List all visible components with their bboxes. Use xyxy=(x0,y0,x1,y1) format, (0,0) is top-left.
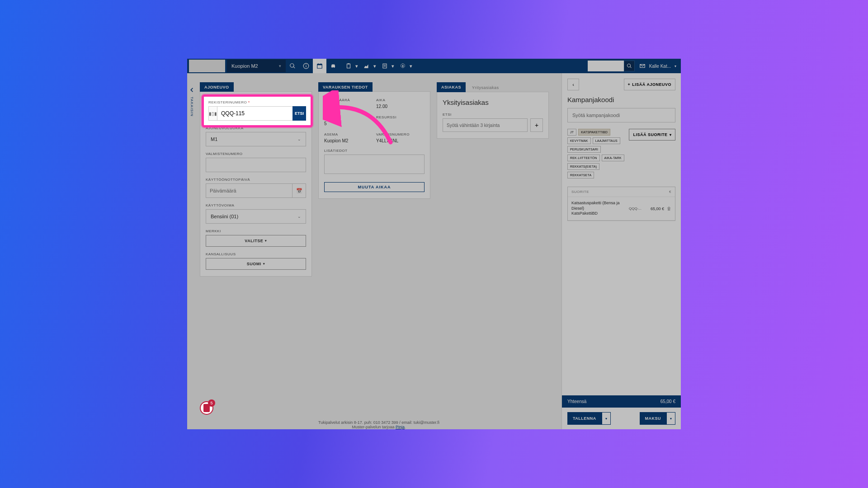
service-code: QQQ-... xyxy=(629,206,644,211)
service-pill-list: JTKATSPAKETTIBDKEVYTMAKLAAJMITTAUSPERUSK… xyxy=(567,129,625,178)
service-row: Katsastuspaketti (Bensa ja Diesel) KatsP… xyxy=(568,197,675,221)
chevron-down-icon: ▾ xyxy=(279,64,281,68)
svg-rect-8 xyxy=(348,63,349,64)
pay-button[interactable]: MAKSU xyxy=(640,412,667,425)
annotation-arrow xyxy=(323,90,400,149)
brand-label: MERKKI xyxy=(206,229,306,233)
chevron-down-icon: ▾ xyxy=(392,63,394,69)
pay-dropdown[interactable]: ▾ xyxy=(666,412,675,425)
add-service-button[interactable]: LISÄÄ SUORITE▾ xyxy=(629,129,675,141)
chevron-down-icon: ▾ xyxy=(675,64,676,68)
add-vehicle-label: LISÄÄ AJONEUVO xyxy=(632,82,671,87)
tab-company-customer[interactable]: Yritysasiakas xyxy=(467,82,504,92)
notif-count: 5 xyxy=(208,399,215,407)
campaign-input[interactable] xyxy=(567,108,675,122)
svg-rect-5 xyxy=(318,63,319,64)
customer-title: Yksityisasiakas xyxy=(443,99,543,106)
svg-rect-7 xyxy=(347,64,350,68)
calendar-icon-btn[interactable] xyxy=(313,59,326,73)
footer-link[interactable]: Pinja xyxy=(396,425,405,429)
service-price: 65,00 € xyxy=(647,206,664,211)
change-time-button[interactable]: MUUTA AIKAA xyxy=(324,182,425,192)
station-selector[interactable]: Kuopion M2 ▾ xyxy=(227,60,286,72)
info-icon-btn[interactable] xyxy=(299,59,313,73)
save-button[interactable]: TALLENNA xyxy=(567,412,602,425)
gear-icon-btn[interactable] xyxy=(396,59,410,73)
add-service-label: LISÄÄ SUORITE xyxy=(633,132,667,137)
footer: Tukipalvelut arkisin 8-17. puh: 010 3472… xyxy=(200,418,558,429)
power-label: KÄYTTÖVOIMA xyxy=(206,203,306,207)
service-pill[interactable]: KATSPAKETTIBD xyxy=(578,129,610,136)
tab-customer[interactable]: ASIAKAS xyxy=(437,82,466,92)
svg-rect-1 xyxy=(306,66,306,67)
add-vehicle-button[interactable]: +LISÄÄ AJONEUVO xyxy=(624,79,675,90)
logo xyxy=(189,60,225,72)
extra-textarea[interactable] xyxy=(324,155,425,174)
car-icon-btn[interactable] xyxy=(326,59,340,73)
topbar: Kuopion M2 ▾ ▾ ▾ ▾ ▾ xyxy=(187,59,681,73)
service-pill[interactable]: KEVYTMAK xyxy=(567,137,591,144)
price-header: € xyxy=(669,190,671,194)
collapse-button[interactable]: ‹ xyxy=(567,79,579,90)
top-search-input[interactable] xyxy=(588,61,624,71)
svg-rect-6 xyxy=(321,63,321,64)
trash-icon[interactable]: 🗑 xyxy=(667,206,671,211)
total-value: 65,00 € xyxy=(660,399,675,404)
svg-rect-4 xyxy=(317,64,322,65)
total-label: Yhteensä xyxy=(567,399,586,404)
chart-icon-btn[interactable] xyxy=(360,59,373,73)
service-pill[interactable]: REKKATS(EIETA) xyxy=(567,163,599,170)
top-search xyxy=(588,61,635,71)
customer-search-input[interactable] xyxy=(443,118,528,132)
add-customer-button[interactable]: + xyxy=(530,118,543,132)
firstuse-input[interactable] xyxy=(206,183,292,198)
service-pill[interactable]: LAAJMITTAUS xyxy=(593,137,620,144)
chevron-down-icon: ⌄ xyxy=(297,137,301,141)
chevron-down-icon: ▾ xyxy=(263,262,265,266)
firstuse-label: KÄYTTÖÖNOTTOPÄIVÄ xyxy=(206,178,306,182)
search-button[interactable]: ETSI xyxy=(292,106,306,121)
top-search-button[interactable] xyxy=(624,61,635,71)
tab-vehicle[interactable]: AJONEUVO xyxy=(200,82,234,92)
save-dropdown[interactable]: ▾ xyxy=(602,412,611,425)
service-pill[interactable]: REKKATSETA xyxy=(567,172,594,178)
reg-input[interactable] xyxy=(217,106,293,121)
service-pill[interactable]: REK.LIITTEETÖN xyxy=(567,155,600,161)
highlight-box: REKISTERINUMERO ▮▯▮ ETSI xyxy=(202,94,313,127)
clipboard-icon-btn[interactable] xyxy=(342,59,355,73)
chevron-down-icon: ▾ xyxy=(355,63,358,69)
service-pill[interactable]: PERUSKUNTSARI xyxy=(567,146,601,153)
vin-input[interactable] xyxy=(206,158,306,172)
app-window: Kuopion M2 ▾ ▾ ▾ ▾ ▾ xyxy=(187,59,681,429)
class-select[interactable]: M1 ⌄ xyxy=(206,132,306,146)
user-menu[interactable]: Kalle Kat... ▾ xyxy=(639,63,676,69)
customer-search-label: ETSI xyxy=(443,113,543,117)
action-row: TALLENNA ▾ MAKSU ▾ xyxy=(562,408,681,429)
mail-icon xyxy=(639,63,646,69)
reg-label: REKISTERINUMERO xyxy=(208,100,306,104)
svg-rect-2 xyxy=(306,65,306,65)
search-icon-btn[interactable] xyxy=(286,59,299,73)
calendar-icon[interactable]: 📅 xyxy=(292,183,306,198)
total-bar: Yhteensä 65,00 € xyxy=(562,395,681,408)
list-icon-btn[interactable] xyxy=(378,59,392,73)
nationality-button[interactable]: SUOMI ▾ xyxy=(206,258,306,270)
service-pill[interactable]: AIKA-TARK xyxy=(602,155,624,161)
service-list: SUORITE € Katsastuspaketti (Bensa ja Die… xyxy=(567,187,675,221)
extra-label: LISÄTIEDOT xyxy=(324,149,425,153)
notification-badge[interactable]: 5 xyxy=(200,401,213,415)
chevron-down-icon: ⌄ xyxy=(297,214,301,219)
footer-line1: Tukipalvelut arkisin 8-17. puh: 010 3472… xyxy=(200,420,558,425)
chevron-down-icon: ▾ xyxy=(410,63,412,69)
back-rail[interactable]: TAKAISIN xyxy=(187,73,196,429)
brand-button[interactable]: VALITSE ▾ xyxy=(206,235,306,247)
power-select[interactable]: Bensiini (01) ⌄ xyxy=(206,209,306,224)
power-value: Bensiini (01) xyxy=(211,214,238,219)
top-icon-row: ▾ ▾ ▾ ▾ xyxy=(286,59,414,73)
chevron-down-icon: ▾ xyxy=(373,63,376,69)
service-name: Katsastuspaketti (Bensa ja Diesel) KatsP… xyxy=(571,201,626,216)
plus-icon: + xyxy=(628,82,631,87)
right-column: ‹ +LISÄÄ AJONEUVO Kampanjakoodi JTKATSPA… xyxy=(561,73,681,429)
footer-line2-pre: Muster-palvelun tarjoaa xyxy=(352,425,396,429)
service-pill[interactable]: JT xyxy=(567,129,576,136)
